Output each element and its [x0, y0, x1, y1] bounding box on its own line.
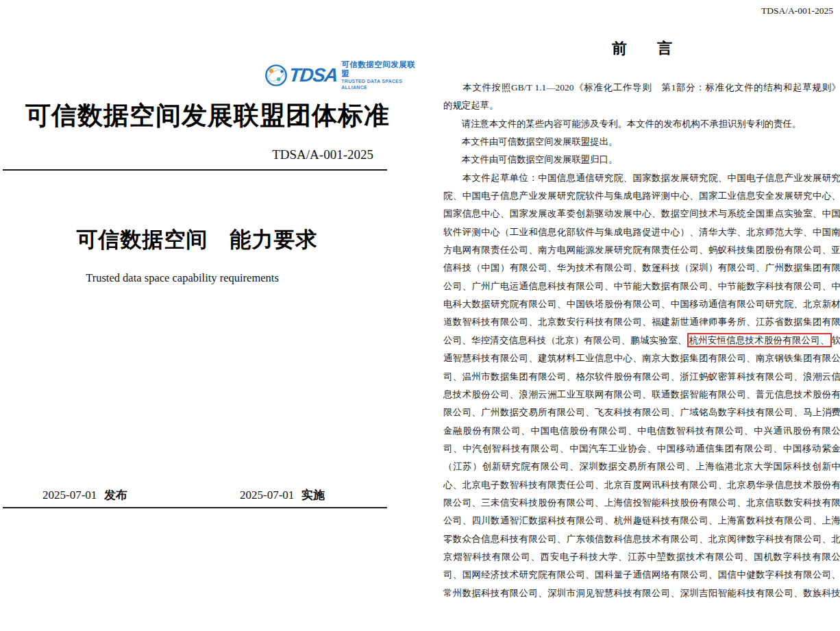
- logo-name-en: TRUSTED DATA SPACES ALLIANCE: [341, 78, 420, 90]
- logo-name-stack: 可信数据空间发展联盟 TRUSTED DATA SPACES ALLIANCE: [341, 60, 420, 91]
- foreword-line: 本文件由可信数据空间发展联盟归口。: [443, 151, 840, 169]
- tdsa-globe-icon: [264, 64, 288, 87]
- foreword-line: 京熠智科技有限公司、西安电子科技大学、江苏中堃数据技术有限公司、国机数字科技有限…: [443, 548, 840, 566]
- foreword-heading: 前 言: [443, 38, 840, 59]
- foreword-line: 信科技（中国）有限公司、华为技术有限公司、数篷科技（深圳）有限公司、广州数据集团…: [443, 259, 840, 277]
- logo-name-cn: 可信数据空间发展联盟: [341, 60, 420, 78]
- foreword-page: TDSA/A-001-2025 前 言 本文件按照GB/T 1.1—2020《标…: [420, 0, 840, 631]
- logo-acronym: TDSA: [288, 66, 338, 85]
- foreword-line: 公司、华控清交信息科技（北京）有限公司、鹏城实验室、杭州安恒信息技术股份有限公司…: [443, 332, 840, 349]
- foreword-line: 公司、广州广电运通信息科技有限公司、中节能大数据有限公司、中节能数字科技有限公司…: [443, 277, 840, 295]
- implement-date: 2025-07-01 实施: [240, 487, 325, 503]
- standard-title-en: Trusted data space capability requiremen…: [0, 271, 365, 285]
- foreword-line: 请注意本文件的某些内容可能涉及专利。本文件的发布机构不承担识别专利的责任。: [443, 115, 840, 133]
- foreword-text: 公司、华控清交信息科技（北京）有限公司、鹏城实验室、: [443, 335, 687, 345]
- standard-title-cn: 可信数据空间 能力要求: [0, 225, 394, 254]
- foreword-line: 金融股份有限公司、中国电信股份有限公司、中电信数智科技有限公司、中兴通讯股份有限…: [443, 422, 840, 440]
- foreword-line: 限公司、三未信安科技股份有限公司、上海信投智能科技股份有限公司、北京信联数安科技…: [443, 494, 840, 512]
- foreword-line: 息技术股份公司、浪潮云洲工业互联网有限公司、联通数据智能有限公司、普元信息技术股…: [443, 386, 840, 404]
- cover-rule-top: [3, 169, 387, 171]
- cover-rule-bottom: [3, 507, 387, 508]
- publish-date-label: 发布: [104, 488, 127, 502]
- foreword-line: 国家信息中心、国家发展改革委创新驱动发展中心、数据空间技术与系统全国重点实验室、…: [443, 205, 840, 223]
- foreword-line: 心、北京电子数智科技有限责任公司、北京百度网讯科技有限公司、北京易华录信息技术股…: [443, 476, 840, 494]
- foreword-line: 电科大数据研究院有限公司、中国铁塔股份有限公司、中国移动通信有限公司研究院、北京…: [443, 295, 840, 313]
- foreword-line: 司、温州市数据集团有限公司、格尔软件股份有限公司、浙江蚂蚁密算科技有限公司、浪潮…: [443, 368, 840, 386]
- foreword-line: 本文件由可信数据空间发展联盟提出。: [443, 133, 840, 151]
- publish-date-value: 2025-07-01: [42, 488, 97, 502]
- foreword-line: （江苏）创新研究院有限公司、深圳数据交易所有限公司、上海临港北京大学国际科技创新…: [443, 458, 840, 475]
- foreword-body: 本文件按照GB/T 1.1—2020《标准化工作导则 第1部分：标准化文件的结构…: [443, 79, 840, 602]
- publish-date: 2025-07-01 发布: [42, 487, 127, 503]
- foreword-line: 公司、四川数通智汇数据科技有限公司、杭州趣链科技有限公司、上海富数科技有限公司、…: [443, 512, 840, 530]
- implement-date-label: 实施: [301, 488, 325, 502]
- foreword-line: 院、中国电子信息产业发展研究院软件与集成电路评测中心、国家工业信息安全发展研究中…: [443, 187, 840, 205]
- foreword-line: 本文件起草单位：中国信息通信研究院、国家数据发展研究院、中国电子信息产业发展研究: [443, 169, 840, 187]
- foreword-text: 软: [832, 335, 840, 345]
- foreword-line: 司、中汽创智科技有限公司、中国汽车工业协会、中国移动通信集团有限公司、中国移动紫…: [443, 440, 840, 458]
- foreword-line: 的规定起草。: [443, 97, 840, 114]
- foreword-line: 司、国网经济技术研究院有限公司、国科量子通信网络有限公司、国信中健数字科技有限公…: [443, 566, 840, 584]
- foreword-line: 常州数据科技有限公司、深圳市洞见智慧科技有限公司、深圳吉阳智能科技有限公司、数族…: [443, 584, 840, 602]
- series-title: 可信数据空间发展联盟团体标准: [25, 99, 390, 133]
- foreword-line: 限公司、广州数据交易所有限公司、飞友科技有限公司、广域铭岛数字科技有限公司、马上…: [443, 404, 840, 421]
- cover-page: TDSA 可信数据空间发展联盟 TRUSTED DATA SPACES ALLI…: [0, 0, 420, 631]
- doc-code: TDSA/A-001-2025: [272, 147, 373, 162]
- foreword-line: 方电网有限责任公司、南方电网能源发展研究院有限责任公司、蚂蚁科技集团股份有限公司…: [443, 241, 840, 259]
- foreword-line: 零数众合信息科技有限公司、广东领信数科信息技术有限公司、北京阅律数字科技有限公司…: [443, 530, 840, 548]
- foreword-line: 本文件按照GB/T 1.1—2020《标准化工作导则 第1部分：标准化文件的结构…: [443, 79, 840, 97]
- tdsa-logo: TDSA 可信数据空间发展联盟 TRUSTED DATA SPACES ALLI…: [264, 62, 420, 88]
- page-header-code: TDSA/A-001-2025: [761, 5, 833, 16]
- foreword-line: 通智慧科技有限公司、建筑材料工业信息中心、南京大数据集团有限公司、南京钢铁集团有…: [443, 349, 840, 367]
- implement-date-value: 2025-07-01: [240, 488, 294, 502]
- foreword-line: 软件评测中心（工业和信息化部软件与集成电路促进中心）、清华大学、北京师范大学、中…: [443, 223, 840, 241]
- foreword-line: 道数智科技有限公司、北京数安行科技有限公司、福建新世通律师事务所、江苏省数据集团…: [443, 313, 840, 331]
- highlighted-company-red-box: 杭州安恒信息技术股份有限公司、: [687, 333, 832, 347]
